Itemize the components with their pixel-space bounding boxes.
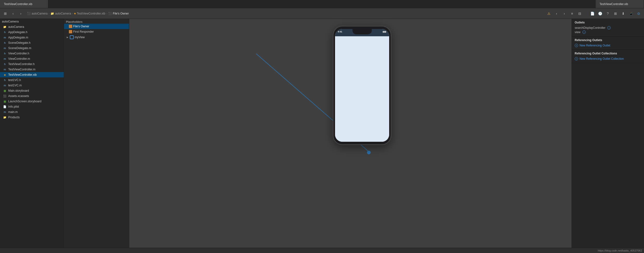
new-referencing-outlet-btn[interactable]: + New Referencing Outlet — [575, 43, 641, 48]
sidebar-item-appdelegate-m[interactable]: m AppDelegate.m — [0, 35, 64, 40]
storyboard-icon-2: ▦ — [3, 99, 7, 103]
storyboard-icon: ▦ — [3, 89, 7, 93]
sidebar-item-products[interactable]: 📁 Products — [0, 115, 64, 120]
iphone-screen-content — [335, 36, 389, 142]
first-responder-label: First Responder — [73, 30, 94, 33]
referencing-outlets-section: Referencing Outlets + New Referencing Ou… — [572, 37, 644, 50]
plist-icon: 📄 — [3, 105, 7, 109]
nav-back-icon[interactable]: ‹ — [553, 10, 560, 17]
list-icon[interactable]: ≡ — [569, 10, 576, 17]
sidebar-item-label: autoCamera — [8, 25, 24, 29]
sidebar-item-launchscreen[interactable]: ▦ LaunchScreen.storyboard — [0, 99, 64, 104]
sidebar-item-viewcontroller-m[interactable]: m ViewController.m — [0, 56, 64, 62]
sidebar-item-autocamera-folder[interactable]: 📁 autoCamera — [0, 24, 64, 30]
sidebar-item-main-m[interactable]: m main.m — [0, 109, 64, 115]
status-time: 9:41 — [338, 31, 342, 33]
toolbar-right: ⚠ ‹ › ≡ ⊟ 📄 🕐 ? ⊞ ⬇ 📱 ⊙ — [546, 10, 642, 17]
outline-first-responder[interactable]: First Responder — [64, 29, 129, 34]
new-referencing-outlet-collection-btn[interactable]: + New Referencing Outlet Collection — [575, 57, 641, 61]
breadcrumb-item-1[interactable]: autoCamera — [55, 12, 71, 15]
cube-orange-icon-2 — [69, 30, 72, 33]
help-icon[interactable]: ? — [604, 10, 611, 17]
iphone-screen: 9:41 ▮▮▮ — [335, 29, 389, 142]
warning-icon[interactable]: ⚠ — [546, 10, 552, 17]
m-icon-4: m — [3, 68, 7, 71]
tab-left-label: TestViewController.xib — [4, 3, 32, 6]
outlet-searchdisplaycontroller-label: searchDisplayController — [575, 26, 605, 30]
clock-icon[interactable]: 🕐 — [597, 10, 604, 17]
file-navigator: autoCamera 📁 autoCamera h AppDelegate.h … — [0, 19, 64, 248]
tab-right[interactable]: TestViewController.xib — [596, 0, 644, 8]
m-icon: m — [3, 36, 7, 40]
split-icon[interactable]: ⊟ — [576, 10, 583, 17]
xcassets-icon: ⬛ — [3, 94, 7, 98]
breadcrumb-cube-icon: ⬛ — [27, 12, 31, 15]
sidebar-item-assets[interactable]: ⬛ Assets.xcassets — [0, 93, 64, 99]
files-owner-label: File's Owner — [73, 25, 89, 28]
outlets-section: Outlets searchDisplayController ○ view ○ — [572, 19, 644, 37]
new-file-icon[interactable]: 📄 — [589, 10, 596, 17]
h-icon-4: h — [3, 62, 7, 66]
record-icon[interactable]: ⊙ — [635, 10, 642, 17]
download-icon[interactable]: ⬇ — [620, 10, 626, 17]
breadcrumb-item-2[interactable]: TestViewController.xib — [77, 12, 105, 15]
nav-forward-icon[interactable]: › — [561, 10, 568, 17]
iphone-mockup: 9:41 ▮▮▮ — [333, 26, 391, 145]
forward-button[interactable]: › — [18, 10, 24, 17]
h-icon-3: h — [3, 52, 7, 55]
sidebar-item-testviewcontroller-h[interactable]: h TestViewController.h — [0, 62, 64, 67]
sidebar-label-launchscreen: LaunchScreen.storyboard — [8, 100, 41, 103]
outlet-circle-0[interactable]: ○ — [607, 26, 611, 30]
sidebar-label-test1vc-m: test1VC.m — [8, 84, 22, 87]
outline-files-owner[interactable]: File's Owner — [64, 24, 129, 29]
breadcrumb-item-0[interactable]: autoCamera — [32, 12, 48, 15]
new-referencing-outlet-label: New Referencing Outlet — [580, 44, 610, 47]
outline-placeholders-header: Placeholders — [64, 19, 129, 24]
referencing-outlets-title: Referencing Outlets — [575, 39, 641, 42]
placeholders-label: Placeholders — [66, 20, 82, 23]
breadcrumb-sep-1: › — [72, 12, 73, 15]
view-box-icon — [70, 35, 74, 39]
breadcrumb-sep-0: › — [48, 12, 50, 15]
tab-bar: TestViewController.xib TestViewControlle… — [0, 0, 644, 8]
battery-icon: ▮▮▮ — [383, 31, 386, 33]
svg-point-1 — [367, 151, 370, 154]
outlet-circle-1[interactable]: ○ — [582, 31, 586, 34]
sidebar-item-testviewcontroller-xib[interactable]: ◈ TestViewController.xib — [0, 72, 64, 77]
sidebar-item-info-plist[interactable]: 📄 Info.plist — [0, 104, 64, 109]
breadcrumb-item-3[interactable]: File's Owner — [113, 12, 129, 15]
toolbar: ⊞ ‹ › ⬛ autoCamera › 📁 autoCamera › ◈ Te… — [0, 8, 644, 19]
m-icon-5: m — [3, 83, 7, 87]
sidebar-label-testviewcontroller-h: TestViewController.h — [8, 62, 34, 66]
outline-myview[interactable]: ▶ myView — [64, 34, 129, 40]
folder-icon-2: 📁 — [3, 115, 7, 119]
sidebar-item-viewcontroller-h[interactable]: h ViewController.h — [0, 51, 64, 56]
grid-icon[interactable]: ⊞ — [2, 10, 9, 17]
tab-right-label: TestViewController.xib — [600, 3, 628, 6]
disclose-arrow-icon[interactable]: ▶ — [66, 36, 69, 39]
sidebar-item-scenedelegate-h[interactable]: h SceneDelegate.h — [0, 40, 64, 46]
sidebar-item-main-storyboard[interactable]: ▦ Main.storyboard — [0, 88, 64, 93]
back-button[interactable]: ‹ — [10, 10, 16, 17]
outlets-title: Outlets — [575, 21, 641, 24]
sidebar-item-autocamera-group[interactable]: autoCamera — [0, 19, 64, 24]
phone-icon[interactable]: 📱 — [628, 10, 634, 17]
add-outlet-icon: + — [575, 44, 578, 47]
tab-left[interactable]: TestViewController.xib — [0, 0, 48, 8]
grid2-icon[interactable]: ⊞ — [612, 10, 619, 17]
canvas-background: 9:41 ▮▮▮ — [129, 19, 572, 248]
sidebar-label-appdelegate-m: AppDelegate.m — [8, 36, 28, 39]
status-url: https://blog.csdn.net/baidu_40537062 — [598, 249, 642, 252]
h-icon: h — [3, 30, 7, 34]
sidebar-item-test1vc-h[interactable]: h test1VC.h — [0, 77, 64, 83]
sidebar-label-appdelegate-h: AppDelegate.h — [8, 31, 27, 34]
sidebar-item-appdelegate-h[interactable]: h AppDelegate.h — [0, 30, 64, 35]
outlet-view: view ○ — [575, 30, 641, 34]
h-icon-5: h — [3, 78, 7, 82]
m-icon-2: m — [3, 46, 7, 50]
status-icons: ▮▮▮ — [383, 31, 386, 33]
sidebar-item-test1vc-m[interactable]: m test1VC.m — [0, 83, 64, 88]
folder-icon: 📁 — [3, 25, 7, 29]
sidebar-item-testviewcontroller-m[interactable]: m TestViewController.m — [0, 67, 64, 72]
sidebar-item-scenedelegate-m[interactable]: m SceneDelegate.m — [0, 46, 64, 51]
